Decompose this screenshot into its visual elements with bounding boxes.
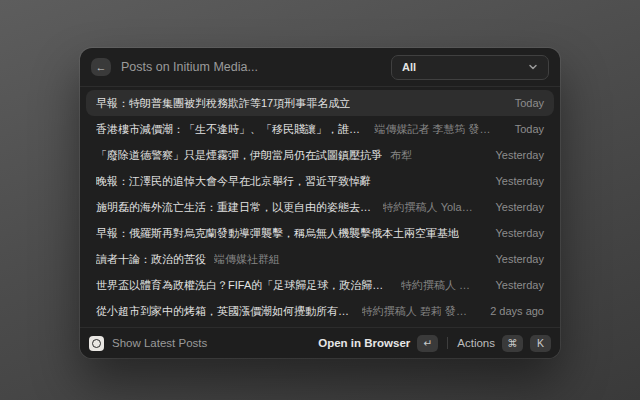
list-item[interactable]: 「廢除道德警察」只是煙霧彈，伊朗當局仍在試圖鎮壓抗爭 布犁 Yesterday — [86, 142, 554, 168]
back-button[interactable]: ← — [91, 58, 111, 76]
post-time: Yesterday — [485, 227, 544, 239]
post-subtitle: 特約撰稿人 碧莉 發自倫敦 — [362, 304, 472, 319]
list-item[interactable]: 香港樓市減價潮：「生不逢時」、「移民賤讓」，誰投資、誰離場？ 端傳媒記者 李慧筠… — [86, 116, 554, 142]
list-item[interactable]: 早報：俄羅斯再對烏克蘭發動導彈襲擊，稱烏無人機襲擊俄本土兩空軍基地 Yester… — [86, 220, 554, 246]
window-header: ← Posts on Initium Media... All — [80, 48, 560, 86]
post-subtitle: 端傳媒記者 李慧筠 發自新加坡 — [374, 122, 496, 137]
post-time: Yesterday — [485, 175, 544, 187]
k-key-icon: K — [530, 335, 551, 352]
post-time: 2 days ago — [480, 305, 544, 317]
list-item[interactable]: 世界盃以體育為政權洗白？FIFA的「足球歸足球，政治歸政治」謊言揭秘 特約撰稿人… — [86, 272, 554, 298]
return-key-icon: ↵ — [417, 335, 438, 352]
list-item[interactable]: 早報：特朗普集團被判稅務欺詐等17項刑事罪名成立 Today — [86, 90, 554, 116]
post-title: 「廢除道德警察」只是煙霧彈，伊朗當局仍在試圖鎮壓抗爭 — [96, 148, 382, 163]
post-time: Yesterday — [485, 279, 544, 291]
list-item[interactable]: 從小超市到家中的烤箱，英國漲價潮如何攪動所有人的生活？ 特約撰稿人 碧莉 發自倫… — [86, 298, 554, 324]
command-key-icon: ⌘ — [502, 335, 523, 352]
raycast-window: ← Posts on Initium Media... All 早報：特朗普集團… — [80, 48, 560, 358]
post-time: Yesterday — [485, 201, 544, 213]
window-footer: Show Latest Posts Open in Browser ↵ Acti… — [80, 327, 560, 358]
list-item[interactable]: 讀者十論：政治的苦役 端傳媒社群組 Yesterday — [86, 246, 554, 272]
list-item[interactable]: 施明磊的海外流亡生活：重建日常，以更自由的姿態去抗爭 特約撰稿人 Yolanda… — [86, 194, 554, 220]
page-title: Posts on Initium Media... — [121, 60, 258, 74]
post-title: 早報：俄羅斯再對烏克蘭發動導彈襲擊，稱烏無人機襲擊俄本土兩空軍基地 — [96, 226, 459, 241]
post-subtitle: 布犁 — [390, 148, 412, 163]
footer-separator — [447, 337, 448, 349]
post-subtitle: 特約撰稿人 Yolanda — [383, 200, 478, 215]
post-time: Yesterday — [485, 253, 544, 265]
filter-dropdown[interactable]: All — [391, 55, 549, 80]
open-in-browser-button[interactable]: Open in Browser — [318, 337, 410, 349]
post-time: Yesterday — [485, 149, 544, 161]
extension-icon — [89, 336, 104, 351]
post-title: 早報：特朗普集團被判稅務欺詐等17項刑事罪名成立 — [96, 96, 350, 111]
post-title: 從小超市到家中的烤箱，英國漲價潮如何攪動所有人的生活？ — [96, 304, 354, 319]
post-list: 早報：特朗普集團被判稅務欺詐等17項刑事罪名成立 Today 香港樓市減價潮：「… — [80, 87, 560, 327]
list-item[interactable]: 晚報：江澤民的追悼大會今早在北京舉行，習近平致悼辭 Yesterday — [86, 168, 554, 194]
back-arrow-icon: ← — [96, 61, 107, 73]
post-title: 世界盃以體育為政權洗白？FIFA的「足球歸足球，政治歸政治」謊言揭秘 — [96, 278, 393, 293]
post-title: 晚報：江澤民的追悼大會今早在北京舉行，習近平致悼辭 — [96, 174, 371, 189]
post-subtitle: 特約撰稿人 鄧正健 — [401, 278, 478, 293]
post-time: Today — [505, 123, 544, 135]
extension-name: Show Latest Posts — [112, 337, 207, 349]
chevron-down-icon — [528, 62, 538, 72]
actions-button[interactable]: Actions — [457, 337, 495, 349]
filter-dropdown-value: All — [402, 61, 416, 73]
post-title: 施明磊的海外流亡生活：重建日常，以更自由的姿態去抗爭 — [96, 200, 375, 215]
post-title: 香港樓市減價潮：「生不逢時」、「移民賤讓」，誰投資、誰離場？ — [96, 122, 366, 137]
post-time: Today — [505, 97, 544, 109]
post-subtitle: 端傳媒社群組 — [214, 252, 280, 267]
post-title: 讀者十論：政治的苦役 — [96, 252, 206, 267]
